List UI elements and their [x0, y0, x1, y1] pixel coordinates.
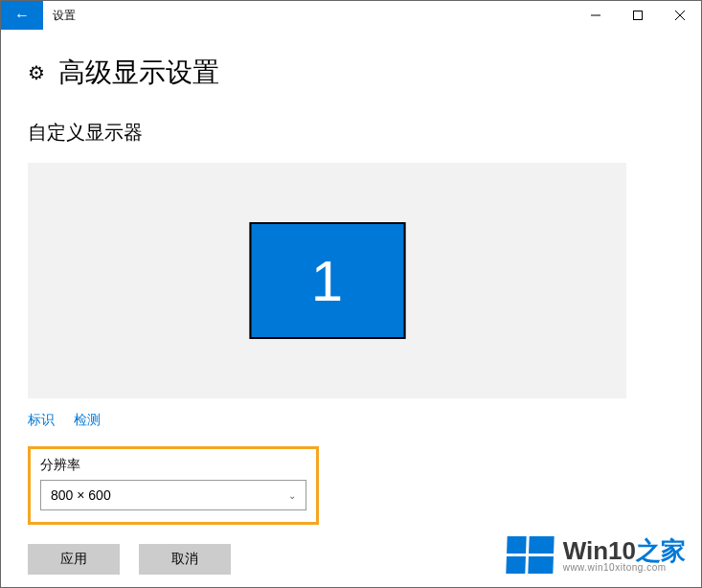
arrow-left-icon: ←: [14, 7, 30, 24]
identify-link[interactable]: 标识: [28, 412, 55, 429]
resolution-section: 分辨率 800 × 600 ⌄: [28, 446, 319, 525]
watermark-brand-suffix: 之家: [636, 536, 686, 565]
content-area: ⚙ 高级显示设置 自定义显示器 1 标识 检测 分辨率 800 × 600 ⌄ …: [1, 30, 701, 588]
cancel-button[interactable]: 取消: [139, 544, 231, 575]
window-controls: [575, 1, 701, 30]
watermark-brand-prefix: Win10: [563, 536, 636, 565]
resolution-dropdown[interactable]: 800 × 600 ⌄: [40, 480, 306, 510]
watermark-url: www.win10xitong.com: [563, 563, 686, 573]
gear-icon: ⚙: [28, 61, 45, 84]
windows-logo-icon: [506, 536, 554, 574]
monitor-number: 1: [311, 248, 343, 314]
titlebar: ← 设置: [1, 1, 701, 30]
svg-rect-1: [634, 11, 643, 20]
back-button[interactable]: ←: [1, 1, 43, 30]
close-button[interactable]: [659, 1, 701, 30]
display-preview-area: 1: [28, 163, 626, 398]
minimize-button[interactable]: [575, 1, 617, 30]
maximize-button[interactable]: [617, 1, 659, 30]
page-title: 高级显示设置: [58, 55, 219, 91]
chevron-down-icon: ⌄: [288, 490, 296, 501]
page-header: ⚙ 高级显示设置: [28, 55, 674, 91]
apply-button[interactable]: 应用: [28, 544, 120, 575]
watermark: Win10之家 www.win10xitong.com: [507, 536, 686, 574]
window-title: 设置: [53, 8, 76, 24]
monitor-1[interactable]: 1: [249, 222, 405, 339]
watermark-text: Win10之家 www.win10xitong.com: [563, 538, 686, 573]
display-links: 标识 检测: [28, 412, 674, 429]
resolution-label: 分辨率: [40, 457, 306, 474]
resolution-value: 800 × 600: [51, 487, 111, 503]
section-title-customize: 自定义显示器: [28, 120, 674, 146]
detect-link[interactable]: 检测: [74, 412, 101, 429]
